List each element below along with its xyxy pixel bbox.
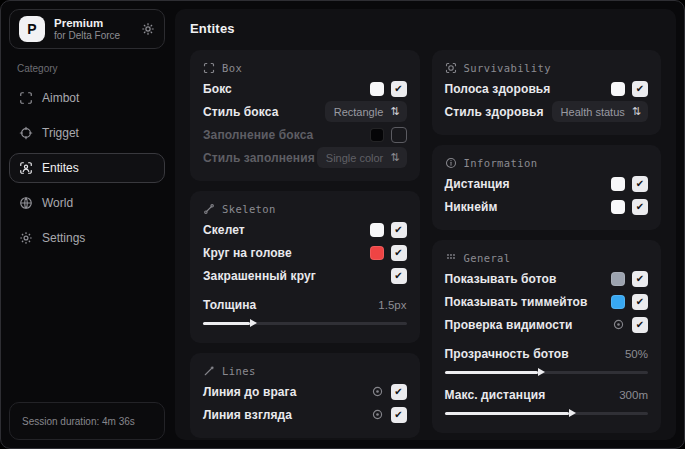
gear-icon[interactable] [141, 22, 155, 36]
setting-label: Стиль здоровья [445, 105, 544, 119]
section-title: Information [464, 157, 538, 169]
ring-target-icon[interactable] [612, 318, 625, 331]
sidebar-item-world[interactable]: World [9, 188, 165, 218]
session-duration: Session duration: 4m 36s [22, 416, 135, 427]
checkbox[interactable]: ✔ [391, 222, 407, 238]
category-label: Category [17, 63, 165, 74]
session-card: Session duration: 4m 36s [9, 402, 165, 440]
dots-grid-icon [445, 252, 457, 264]
setting-label: Линия до врага [203, 385, 297, 399]
updown-arrows-icon: ⇅ [390, 105, 399, 118]
setting-label: Стиль заполнения [203, 151, 315, 165]
checkbox[interactable]: ✔ [391, 384, 407, 400]
setting-row: Прозрачность ботов 50% [445, 342, 649, 365]
checkbox[interactable]: ✔ [632, 294, 648, 310]
color-swatch[interactable] [370, 128, 384, 142]
section-title: Survivability [464, 62, 551, 74]
setting-row: Круг на голове ✔ [203, 241, 407, 264]
checkbox[interactable]: ✔ [391, 268, 407, 284]
setting-label: Полоса здоровья [445, 82, 551, 96]
checkbox[interactable]: ✔ [632, 317, 648, 333]
setting-row: Стиль здоровья Health status ⇅ [445, 100, 649, 123]
setting-row: Линия до врага ✔ [203, 380, 407, 403]
section-title: Skeleton [222, 203, 276, 215]
fill-style-select[interactable]: Single color ⇅ [317, 147, 407, 168]
setting-row: Никнейм ✔ [445, 195, 649, 218]
sidebar-item-entites[interactable]: Entites [9, 153, 165, 183]
checkbox[interactable]: ✔ [632, 271, 648, 287]
sidebar-item-label: Settings [42, 231, 85, 245]
setting-label: Макс. дистанция [445, 388, 546, 402]
sidebar-item-trigget[interactable]: Trigget [9, 118, 165, 148]
setting-row: Закрашенный круг ✔ [203, 264, 407, 287]
color-swatch[interactable] [611, 200, 625, 214]
information-card: Information Дистанция ✔ Никнейм ✔ [432, 145, 662, 230]
person-frame-icon [19, 161, 33, 175]
health-style-select[interactable]: Health status ⇅ [552, 101, 648, 122]
brand-name: Premium [54, 17, 132, 30]
right-column: Survivability Полоса здоровья ✔ Стиль зд… [432, 50, 662, 438]
bone-icon [203, 203, 215, 215]
sidebar-item-label: Entites [42, 161, 79, 175]
general-card-header: General [445, 250, 649, 267]
setting-label: Скелет [203, 223, 245, 237]
sidebar-item-aimbot[interactable]: Aimbot [9, 83, 165, 113]
sidebar-item-settings[interactable]: Settings [9, 223, 165, 253]
setting-label: Показывать ботов [445, 272, 557, 286]
checkbox[interactable]: ✔ [632, 176, 648, 192]
main-panel: Entites Box Бокс [175, 9, 676, 440]
checkbox[interactable]: ✔ [391, 81, 407, 97]
color-swatch[interactable] [611, 82, 625, 96]
color-swatch[interactable] [611, 295, 625, 309]
bot-opacity-slider[interactable] [445, 367, 649, 377]
setting-row: Скелет ✔ [203, 218, 407, 241]
checkbox[interactable] [391, 127, 407, 143]
information-card-header: Information [445, 155, 649, 172]
sidebar-item-label: Aimbot [42, 91, 79, 105]
color-swatch[interactable] [370, 246, 384, 260]
app-window: P Premium for Delta Force Category [0, 0, 685, 449]
setting-row: Показывать ботов ✔ [445, 267, 649, 290]
page-title: Entites [190, 21, 661, 36]
brand-text: Premium for Delta Force [54, 17, 132, 42]
checkbox[interactable]: ✔ [632, 81, 648, 97]
slider-thumb[interactable] [250, 319, 257, 327]
skeleton-card: Skeleton Скелет ✔ Круг на голове ✔ [190, 191, 420, 343]
slider-thumb[interactable] [569, 409, 576, 417]
select-value: Single color [326, 152, 383, 164]
checkbox[interactable]: ✔ [632, 199, 648, 215]
settings-columns: Box Бокс ✔ Стиль бокса Rectangle ⇅ [190, 50, 661, 438]
color-swatch[interactable] [370, 82, 384, 96]
setting-label: Толщина [203, 298, 256, 312]
color-swatch[interactable] [611, 272, 625, 286]
setting-row: Дистанция ✔ [445, 172, 649, 195]
checkbox[interactable]: ✔ [391, 407, 407, 423]
thickness-slider[interactable] [203, 318, 407, 328]
slider-value: 300m [619, 389, 648, 401]
sidebar-item-label: World [42, 196, 73, 210]
ring-target-icon[interactable] [371, 385, 384, 398]
box-card-header: Box [203, 60, 407, 77]
slider-thumb[interactable] [538, 368, 545, 376]
setting-label: Никнейм [445, 200, 498, 214]
globe-icon [19, 196, 33, 210]
setting-label: Бокс [203, 82, 232, 96]
brand-logo: P [19, 16, 45, 42]
color-swatch[interactable] [370, 223, 384, 237]
slider-fill [203, 322, 250, 325]
setting-label: Закрашенный круг [203, 269, 316, 283]
ring-target-icon[interactable] [371, 408, 384, 421]
box-style-select[interactable]: Rectangle ⇅ [325, 101, 407, 122]
left-column: Box Бокс ✔ Стиль бокса Rectangle ⇅ [190, 50, 420, 438]
updown-arrows-icon: ⇅ [390, 151, 399, 164]
setting-label: Прозрачность ботов [445, 347, 569, 361]
scan-frame-icon [203, 62, 215, 74]
slider-value: 50% [625, 348, 648, 360]
color-swatch[interactable] [611, 177, 625, 191]
checkbox[interactable]: ✔ [391, 245, 407, 261]
setting-label: Проверка видимости [445, 318, 573, 332]
setting-row: Макс. дистанция 300m [445, 383, 649, 406]
slider-fill [445, 412, 569, 415]
lines-card: Lines Линия до врага ✔ [190, 353, 420, 438]
max-distance-slider[interactable] [445, 408, 649, 418]
